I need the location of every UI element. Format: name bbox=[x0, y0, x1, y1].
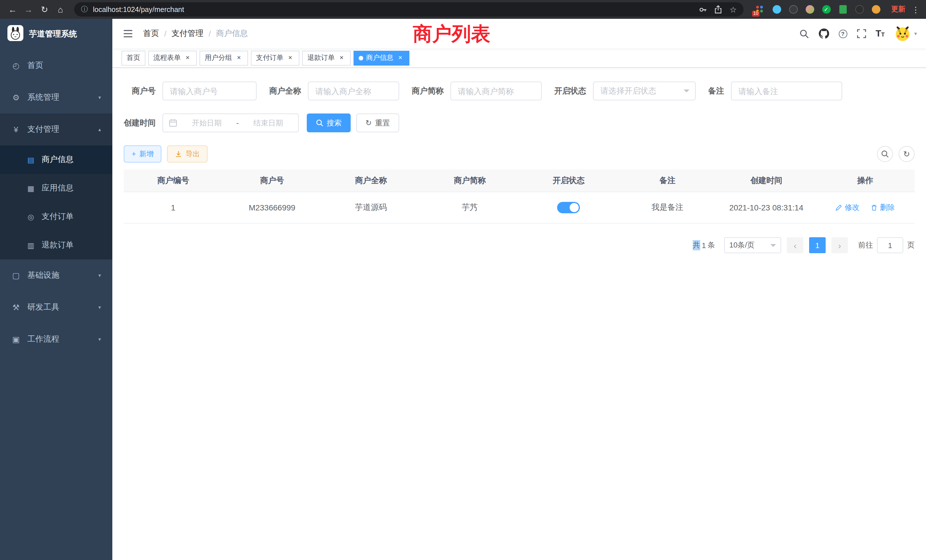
chevron-down-icon: ▾ bbox=[98, 272, 101, 278]
merchant-no-input[interactable] bbox=[162, 82, 257, 100]
refresh-icon: ↻ bbox=[903, 150, 910, 159]
search-button[interactable]: 搜索 bbox=[307, 114, 351, 132]
breadcrumb-payment[interactable]: 支付管理 bbox=[172, 29, 204, 39]
sidebar-item-home[interactable]: ◴ 首页 bbox=[0, 50, 112, 82]
extension-avatar-icon[interactable] bbox=[805, 4, 815, 15]
gear-icon: ⚙ bbox=[11, 93, 21, 102]
github-icon[interactable] bbox=[819, 29, 829, 39]
help-icon[interactable]: ? bbox=[838, 29, 847, 38]
tab-refund-order[interactable]: 退款订单 × bbox=[302, 50, 351, 65]
select-placeholder: 请选择开启状态 bbox=[601, 86, 656, 96]
extension-monkey-icon[interactable] bbox=[854, 4, 864, 15]
user-avatar[interactable]: ▾ bbox=[894, 25, 917, 42]
workflow-icon: ▣ bbox=[11, 335, 21, 344]
status-toggle[interactable] bbox=[557, 202, 580, 213]
filter-row-2: 创建时间 开始日期 - 结束日期 搜索 ↻ 重置 bbox=[124, 114, 915, 132]
browser-update-button[interactable]: 更新 bbox=[891, 5, 905, 14]
field-label: 商户号 bbox=[124, 86, 162, 96]
refresh-table-button[interactable]: ↻ bbox=[899, 146, 915, 162]
app-logo[interactable]: 芋道管理系统 bbox=[0, 19, 112, 50]
search-icon[interactable] bbox=[799, 29, 809, 38]
home-icon[interactable]: ⌂ bbox=[54, 3, 67, 16]
extension-dark-icon[interactable] bbox=[788, 4, 798, 15]
close-icon[interactable]: × bbox=[286, 54, 294, 62]
font-size-icon[interactable]: TT bbox=[876, 29, 885, 39]
extension-drop-icon[interactable] bbox=[772, 4, 782, 15]
close-icon[interactable]: × bbox=[184, 54, 192, 62]
reload-icon[interactable]: ↻ bbox=[38, 3, 51, 16]
table-toolbar: + 新增 导出 ↻ bbox=[124, 145, 915, 162]
extension-check-icon[interactable]: ✓ bbox=[821, 4, 831, 15]
sidebar-item-system[interactable]: ⚙ 系统管理 ▾ bbox=[0, 82, 112, 114]
reset-button[interactable]: ↻ 重置 bbox=[356, 114, 399, 132]
app-title: 芋道管理系统 bbox=[29, 29, 77, 39]
page-size-select[interactable]: 10条/页 bbox=[724, 237, 781, 253]
current-page-button[interactable]: 1 bbox=[809, 237, 826, 253]
extensions-grid-icon[interactable]: 10 bbox=[755, 4, 765, 15]
chevron-down-icon: ▾ bbox=[98, 95, 101, 100]
close-icon[interactable]: × bbox=[337, 54, 345, 62]
sidebar-item-payment[interactable]: ¥ 支付管理 ▴ bbox=[0, 114, 112, 145]
sidebar-item-label: 退款订单 bbox=[42, 240, 74, 250]
forward-icon[interactable]: → bbox=[22, 3, 35, 16]
address-bar[interactable]: ⓘ localhost:1024/pay/merchant ☆ bbox=[74, 2, 743, 17]
app-grid-icon: ▦ bbox=[26, 184, 35, 192]
date-end-placeholder: 结束日期 bbox=[244, 118, 292, 128]
infra-monitor-icon: ▢ bbox=[11, 271, 21, 280]
tab-pay-order[interactable]: 支付订单 × bbox=[251, 50, 300, 65]
password-key-icon[interactable] bbox=[699, 5, 707, 14]
edit-button[interactable]: 修改 bbox=[836, 203, 859, 213]
payment-submenu: ▤ 商户信息 ▦ 应用信息 ◎ 支付订单 ▥ 退款订单 bbox=[0, 145, 112, 259]
delete-button[interactable]: 删除 bbox=[871, 203, 895, 213]
cell-full-name: 芋道源码 bbox=[322, 203, 421, 213]
site-info-icon[interactable]: ⓘ bbox=[81, 5, 88, 14]
toggle-search-button[interactable] bbox=[877, 146, 893, 162]
sidebar-item-infrastructure[interactable]: ▢ 基础设施 ▾ bbox=[0, 259, 112, 291]
extension-profile-icon[interactable] bbox=[871, 4, 881, 15]
breadcrumb-home[interactable]: 首页 bbox=[143, 29, 159, 39]
status-select[interactable]: 请选择开启状态 bbox=[593, 82, 696, 100]
sidebar-item-dev-tools[interactable]: ⚒ 研发工具 ▾ bbox=[0, 291, 112, 323]
full-name-input[interactable] bbox=[308, 82, 399, 100]
fullscreen-icon[interactable] bbox=[857, 29, 866, 38]
sidebar-item-workflow[interactable]: ▣ 工作流程 ▾ bbox=[0, 323, 112, 355]
export-button[interactable]: 导出 bbox=[167, 145, 208, 162]
cell-status bbox=[519, 202, 618, 213]
close-icon[interactable]: × bbox=[396, 54, 404, 62]
back-icon[interactable]: ← bbox=[6, 3, 20, 16]
prev-page-button[interactable]: ‹ bbox=[787, 237, 803, 253]
tools-icon: ⚒ bbox=[11, 303, 21, 312]
tab-home[interactable]: 首页 bbox=[121, 50, 145, 65]
date-range-picker[interactable]: 开始日期 - 结束日期 bbox=[162, 114, 299, 132]
chevron-down-icon: ▾ bbox=[914, 31, 917, 36]
tab-user-group[interactable]: 用户分组 × bbox=[200, 50, 248, 65]
plus-icon: + bbox=[132, 150, 136, 158]
remark-input[interactable] bbox=[731, 82, 842, 100]
tab-label: 商户信息 bbox=[366, 53, 393, 63]
add-button[interactable]: + 新增 bbox=[124, 145, 162, 162]
goto-page-input[interactable] bbox=[877, 237, 903, 253]
cell-merchant-no: M233666999 bbox=[222, 203, 322, 212]
hamburger-icon[interactable] bbox=[121, 30, 134, 38]
browser-menu-icon[interactable]: ⋮ bbox=[911, 5, 920, 14]
tab-label: 首页 bbox=[127, 53, 140, 63]
next-page-button[interactable]: › bbox=[831, 237, 848, 253]
logo-image bbox=[8, 25, 23, 43]
short-name-input[interactable] bbox=[451, 82, 542, 100]
tab-label: 流程表单 bbox=[153, 53, 181, 63]
sidebar-item-pay-order[interactable]: ◎ 支付订单 bbox=[0, 203, 112, 231]
share-icon[interactable] bbox=[715, 5, 722, 14]
tab-label: 用户分组 bbox=[205, 53, 232, 63]
sidebar-item-refund-order[interactable]: ▥ 退款订单 bbox=[0, 231, 112, 259]
annotation-text: 商户列表 bbox=[413, 21, 490, 46]
filter-create-time: 创建时间 开始日期 - 结束日期 bbox=[124, 114, 299, 132]
sidebar-item-label: 首页 bbox=[27, 61, 43, 71]
extension-notes-icon[interactable] bbox=[838, 4, 848, 15]
bookmark-star-icon[interactable]: ☆ bbox=[729, 5, 737, 14]
main-area: 首页 / 支付管理 / 商户信息 商户列表 ? bbox=[112, 19, 926, 560]
tab-merchant-info[interactable]: 商户信息 × bbox=[354, 50, 409, 65]
close-icon[interactable]: × bbox=[235, 54, 243, 62]
sidebar-item-app-info[interactable]: ▦ 应用信息 bbox=[0, 174, 112, 203]
tab-process-form[interactable]: 流程表单 × bbox=[148, 50, 197, 65]
sidebar-item-merchant-info[interactable]: ▤ 商户信息 bbox=[0, 145, 112, 174]
